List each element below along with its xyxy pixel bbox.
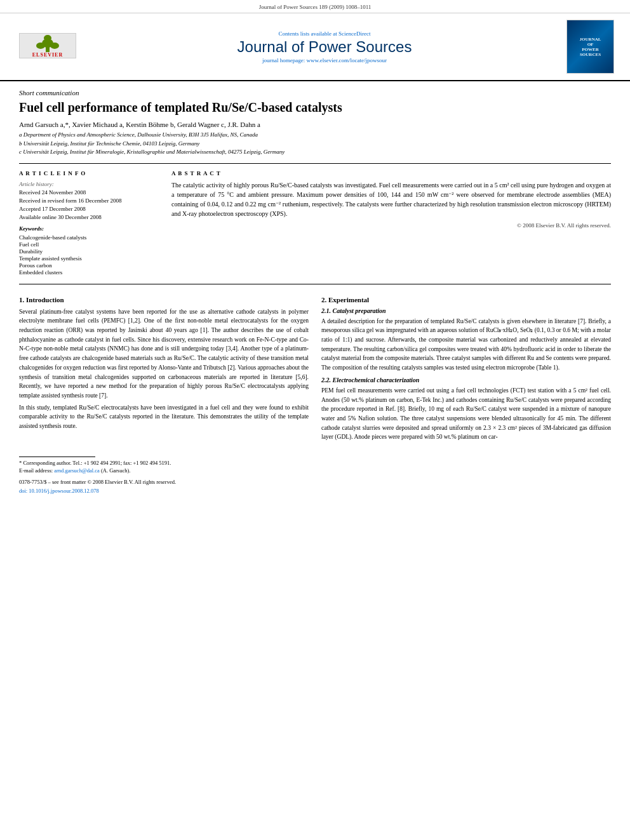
- doi-label: doi:: [19, 488, 27, 494]
- journal-title-main: Journal of Power Sources: [89, 38, 560, 56]
- subsection21-heading: 2.1. Catalyst preparation: [321, 307, 611, 314]
- article-content: Short communication Fuel cell performanc…: [0, 81, 630, 502]
- journal-citation: Journal of Power Sources 189 (2009) 1008…: [259, 4, 372, 10]
- contents-text: Contents lists available at: [279, 30, 337, 37]
- journal-header: ELSEVIER Contents lists available at Sci…: [0, 13, 630, 81]
- section1-para2: In this study, templated Ru/Se/C electro…: [19, 403, 309, 431]
- email-label: E-mail address:: [19, 467, 53, 474]
- subsection21-text: A detailed description for the preparati…: [321, 317, 611, 373]
- affiliation-a: a Department of Physics and Atmospheric …: [19, 131, 611, 140]
- affiliation-b: b Universität Leipzig, Institut für Tech…: [19, 140, 611, 149]
- article-authors: Arnd Garsuch a,*, Xavier Michaud a, Kers…: [19, 121, 611, 128]
- available-value: Available online 30 December 2008: [19, 214, 102, 220]
- homepage-label: journal homepage:: [262, 57, 305, 63]
- body-two-col: 1. Introduction Several platinum-free ca…: [19, 291, 611, 494]
- article-info-col: A R T I C L E I N F O Article history: R…: [19, 170, 159, 276]
- email-suffix: (A. Garsuch).: [101, 467, 131, 474]
- section2-heading: 2. Experimental: [321, 296, 611, 303]
- journal-top-bar: Journal of Power Sources 189 (2009) 1008…: [0, 0, 630, 13]
- journal-header-right: JOURNALOFPOWERSOURCES: [566, 20, 617, 74]
- footnote-area: * Corresponding author. Tel.: +1 902 494…: [19, 457, 309, 494]
- svg-point-3: [50, 43, 59, 49]
- received-row: Received 24 November 2008: [19, 189, 159, 196]
- accepted-row: Accepted 17 December 2008: [19, 205, 159, 212]
- issn-line: 0378-7753/$ – see front matter © 2008 El…: [19, 479, 309, 485]
- elsevier-logo: ELSEVIER: [19, 33, 76, 58]
- sciencedirect-name: ScienceDirect: [338, 30, 370, 37]
- cover-label: JOURNALOFPOWERSOURCES: [580, 37, 601, 57]
- copyright-line: © 2008 Elsevier B.V. All rights reserved…: [171, 222, 611, 229]
- history-label: Article history:: [19, 181, 54, 187]
- history-row: Article history:: [19, 180, 159, 187]
- svg-rect-0: [46, 47, 50, 52]
- journal-homepage: journal homepage: www.elsevier.com/locat…: [89, 57, 560, 63]
- keyword-4: Template assisted synthesis: [19, 255, 159, 262]
- sciencedirect-link[interactable]: Contents lists available at ScienceDirec…: [89, 30, 560, 37]
- journal-cover: JOURNALOFPOWERSOURCES: [566, 20, 614, 74]
- svg-point-2: [36, 43, 45, 49]
- homepage-url[interactable]: www.elsevier.com/locate/jpowsour: [307, 57, 387, 63]
- page-container: Journal of Power Sources 189 (2009) 1008…: [0, 0, 630, 502]
- svg-point-4: [44, 35, 51, 41]
- divider-after-abstract: [19, 284, 611, 284]
- keyword-1: Chalcogenide-based catalysts: [19, 234, 159, 241]
- doi-value[interactable]: 10.1016/j.jpowsour.2008.12.078: [29, 488, 98, 494]
- abstract-text: The catalytic activity of highly porous …: [171, 180, 611, 218]
- body-left-col: 1. Introduction Several platinum-free ca…: [19, 291, 309, 494]
- divider-after-affiliations: [19, 163, 611, 164]
- available-row: Available online 30 December 2008: [19, 213, 159, 220]
- subsection22-heading: 2.2. Electrochemical characterization: [321, 377, 611, 383]
- abstract-label: A B S T R A C T: [171, 170, 611, 177]
- two-col-info: A R T I C L E I N F O Article history: R…: [19, 170, 611, 276]
- body-right-col: 2. Experimental 2.1. Catalyst preparatio…: [321, 291, 611, 494]
- received-revised-value: Received in revised form 16 December 200…: [19, 197, 121, 204]
- authors-text: Arnd Garsuch a,*, Xavier Michaud a, Kers…: [19, 121, 260, 128]
- article-title: Fuel cell performance of templated Ru/Se…: [19, 99, 611, 116]
- keyword-6: Embedded clusters: [19, 269, 159, 276]
- footnote-divider: [19, 457, 95, 457]
- received-revised-row: Received in revised form 16 December 200…: [19, 197, 159, 204]
- abstract-col: A B S T R A C T The catalytic activity o…: [171, 170, 611, 276]
- article-affiliations: a Department of Physics and Atmospheric …: [19, 131, 611, 157]
- keyword-5: Porous carbon: [19, 262, 159, 269]
- article-info-label: A R T I C L E I N F O: [19, 170, 159, 177]
- email-value[interactable]: arnd.garsuch@dal.ca: [54, 467, 100, 474]
- article-type: Short communication: [19, 89, 611, 97]
- journal-header-left: ELSEVIER: [13, 33, 83, 60]
- section1-heading: 1. Introduction: [19, 296, 309, 303]
- issn-area: 0378-7753/$ – see front matter © 2008 El…: [19, 479, 309, 494]
- doi-line: doi: 10.1016/j.jpowsour.2008.12.078: [19, 488, 309, 494]
- email-line: E-mail address: arnd.garsuch@dal.ca (A. …: [19, 467, 309, 474]
- section1-para1: Several platinum-free catalyst systems h…: [19, 307, 309, 401]
- elsevier-label: ELSEVIER: [32, 52, 63, 58]
- subsection22-text: PEM fuel cell measurements were carried …: [321, 386, 611, 442]
- elsevier-tree-svg: [32, 34, 64, 52]
- affiliation-c: c Universität Leipzig, Institut für Mine…: [19, 148, 611, 157]
- keywords-label: Keywords:: [19, 225, 159, 232]
- journal-header-center: Contents lists available at ScienceDirec…: [89, 30, 560, 63]
- received-value: Received 24 November 2008: [19, 189, 86, 196]
- keyword-2: Fuel cell: [19, 241, 159, 248]
- keyword-3: Durability: [19, 248, 159, 255]
- accepted-value: Accepted 17 December 2008: [19, 206, 86, 212]
- corresponding-author: * Corresponding author. Tel.: +1 902 494…: [19, 460, 309, 466]
